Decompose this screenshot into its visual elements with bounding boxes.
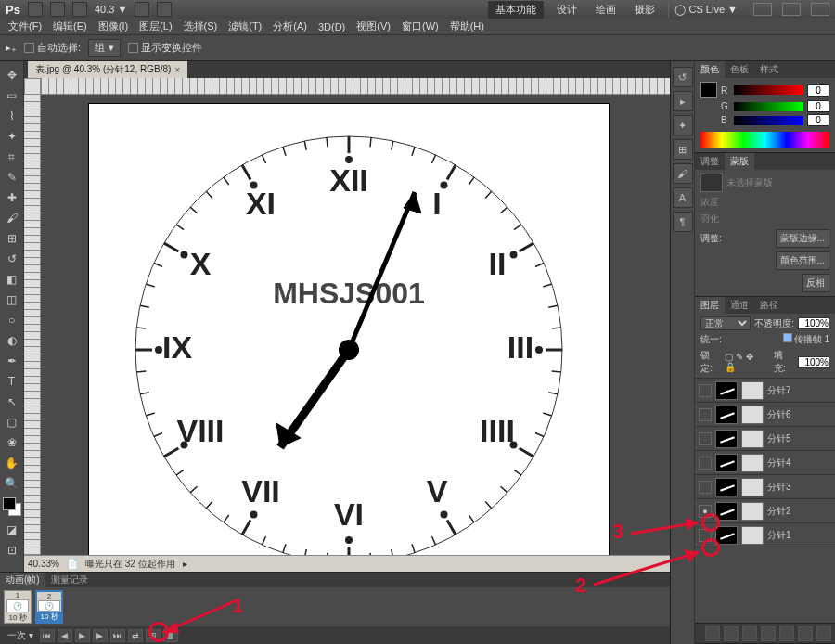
anim-prev-icon[interactable]: ◀ (58, 629, 72, 642)
cslive-button[interactable]: ◯ CS Live ▼ (668, 2, 743, 18)
menu-3d[interactable]: 3D(D) (314, 19, 350, 34)
layer-visibility-icon[interactable] (699, 384, 712, 397)
color-spectrum[interactable] (700, 132, 829, 148)
dock-char-icon[interactable]: A (673, 187, 693, 208)
lock-icons[interactable]: ▢ ✎ ✥ 🔒 (725, 352, 766, 372)
layer-delete-icon[interactable] (816, 626, 831, 641)
tb-btn-1[interactable] (28, 2, 43, 17)
anim-first-icon[interactable]: ⏮ (40, 629, 55, 642)
tool-eyedropper[interactable]: ✎ (2, 168, 22, 187)
menu-help[interactable]: 帮助(H) (445, 18, 489, 35)
tool-stamp[interactable]: ⊞ (2, 229, 22, 248)
btn-invert[interactable]: 反相 (802, 274, 829, 292)
layer-thumb[interactable] (715, 454, 738, 472)
anim-play-icon[interactable]: ▶ (75, 629, 90, 642)
anim-tween-icon[interactable]: ⇄ (128, 629, 143, 642)
tool-3d[interactable]: ❀ (2, 433, 22, 452)
loop-dropdown[interactable]: 一次 ▾ (4, 629, 37, 642)
layer-row[interactable]: 分针1 (695, 523, 835, 547)
layer-link-icon[interactable] (705, 626, 720, 641)
color-swatch[interactable] (3, 497, 21, 516)
workspace-design[interactable]: 设计 (551, 1, 583, 19)
dock-history-icon[interactable]: ↺ (673, 67, 693, 87)
dock-clone-icon[interactable]: ⊞ (673, 139, 693, 160)
tool-history-brush[interactable]: ↺ (2, 250, 22, 268)
tool-hand[interactable]: ✋ (2, 454, 22, 472)
document-tab[interactable]: 表.jpg @ 40.3% (分针12, RGB/8) × (28, 61, 187, 78)
tool-eraser[interactable]: ◧ (2, 270, 22, 289)
anim-next-icon[interactable]: ▶ (93, 629, 108, 642)
animation-frame[interactable]: 2🕐10 秒 (35, 590, 63, 624)
tab-color[interactable]: 颜色 (695, 61, 725, 78)
layer-row[interactable]: 分针4 (695, 451, 835, 475)
tool-move[interactable]: ✥ (2, 66, 22, 84)
tool-lasso[interactable]: ⌇ (2, 107, 22, 125)
tb-btn-4[interactable] (135, 2, 149, 17)
dock-actions-icon[interactable]: ▸ (673, 91, 693, 111)
layer-thumb[interactable] (715, 526, 738, 545)
fill-input[interactable]: 100% (798, 356, 829, 368)
tool-brush[interactable]: 🖌 (2, 209, 22, 227)
btn-mask-edge[interactable]: 蒙版边缘... (776, 229, 829, 248)
opacity-input[interactable]: 100% (798, 317, 829, 329)
show-transform-checkbox[interactable]: 显示变换控件 (128, 41, 202, 55)
layer-name[interactable]: 分针5 (767, 432, 831, 445)
layer-mask-thumb[interactable] (741, 406, 764, 424)
layer-thumb[interactable] (715, 430, 738, 448)
layers-list[interactable]: 分针7分针6分针5分针4分针3●分针2分针1 (695, 379, 835, 623)
ruler-horizontal[interactable] (41, 78, 670, 95)
layer-adjust-icon[interactable] (761, 626, 776, 641)
slider-g[interactable] (734, 102, 803, 111)
tool-dodge[interactable]: ◐ (2, 331, 22, 350)
menu-edit[interactable]: 编辑(E) (48, 18, 92, 35)
layer-name[interactable]: 分针1 (767, 529, 831, 542)
window-min[interactable] (753, 3, 772, 16)
btn-color-range[interactable]: 颜色范围... (776, 251, 829, 270)
tab-layers[interactable]: 图层 (695, 297, 725, 314)
window-close[interactable] (811, 3, 829, 16)
tb-btn-5[interactable] (157, 2, 172, 17)
tool-blur[interactable]: ○ (2, 311, 22, 329)
tool-crop[interactable]: ⌗ (2, 148, 22, 166)
tool-screenmode[interactable]: ⊡ (2, 541, 22, 560)
tool-path[interactable]: ↖ (2, 393, 22, 411)
close-tab-icon[interactable]: × (174, 65, 180, 75)
layer-mask-thumb[interactable] (741, 381, 764, 400)
frames-strip[interactable]: 1🕐10 秒2🕐10 秒 (0, 587, 670, 626)
propagate-checkbox[interactable]: 传播帧 1 (783, 333, 829, 346)
tool-marquee[interactable]: ▭ (2, 86, 22, 105)
tool-wand[interactable]: ✦ (2, 127, 22, 146)
layer-row[interactable]: 分针3 (695, 475, 835, 499)
layer-thumb[interactable] (715, 502, 738, 521)
menu-layer[interactable]: 图层(L) (135, 18, 176, 35)
tool-quickmask[interactable]: ◪ (2, 521, 22, 539)
dock-para-icon[interactable]: ¶ (673, 212, 693, 232)
workspace-photo[interactable]: 摄影 (629, 1, 661, 19)
value-r[interactable]: 0 (807, 84, 829, 97)
workspace-active[interactable]: 基本功能 (488, 1, 544, 19)
value-b[interactable]: 0 (807, 114, 829, 126)
anim-last-icon[interactable]: ⏭ (110, 629, 125, 642)
layer-visibility-icon[interactable]: ● (699, 505, 712, 518)
layer-fx-icon[interactable] (724, 626, 739, 641)
tool-pen[interactable]: ✒ (2, 352, 22, 370)
animation-frame[interactable]: 1🕐10 秒 (4, 590, 32, 624)
canvas-viewport[interactable]: XII I II III IIII V VI VII VIII IX X XI … (24, 78, 670, 555)
tb-btn-3[interactable] (72, 2, 87, 17)
layer-name[interactable]: 分针7 (767, 384, 831, 397)
slider-b[interactable] (734, 116, 803, 125)
layer-mask-icon[interactable] (742, 626, 757, 641)
status-icon[interactable]: 📄 (67, 559, 78, 569)
tab-paths[interactable]: 路径 (754, 297, 784, 314)
auto-select-dropdown[interactable]: 组 ▾ (88, 39, 121, 57)
layer-row[interactable]: 分针5 (695, 427, 835, 451)
menu-filter[interactable]: 滤镜(T) (224, 18, 266, 35)
layer-visibility-icon[interactable] (699, 432, 712, 445)
status-arrow[interactable]: ▸ (183, 559, 187, 569)
tab-measurement[interactable]: 测量记录 (45, 573, 94, 587)
tool-heal[interactable]: ✚ (2, 188, 22, 207)
blend-mode-select[interactable]: 正常 (700, 316, 751, 330)
tab-swatches[interactable]: 色板 (725, 61, 754, 78)
layer-visibility-icon[interactable] (699, 408, 712, 421)
tab-adjustments[interactable]: 调整 (695, 153, 725, 170)
